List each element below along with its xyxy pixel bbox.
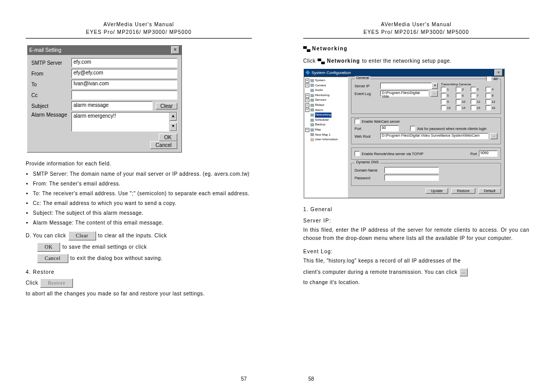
text: to clear all the inputs. Click	[98, 232, 167, 240]
checkbox-cam[interactable]	[456, 105, 461, 110]
update-button[interactable]: Update	[425, 188, 449, 194]
default-button[interactable]: Default	[478, 188, 501, 194]
close-icon[interactable]: ×	[494, 69, 503, 76]
group-general: General Server IP ▾ Event Lo	[351, 79, 501, 114]
checkbox-cam[interactable]	[471, 99, 476, 104]
label-ask-password: Ask for password when remote clients log…	[417, 127, 487, 130]
inline-cancel-button: Cancel	[37, 254, 68, 263]
label-subject: Subject	[31, 103, 71, 109]
text: to exit the dialog box without saving.	[70, 254, 163, 263]
ok-button[interactable]: OK	[159, 134, 177, 141]
alarm-message-text: alarm emergency!!	[73, 113, 116, 119]
checkbox-cam[interactable]	[441, 87, 446, 92]
intro-text: Provide information for each field.	[26, 160, 252, 168]
chevron-down-icon[interactable]: ▾	[432, 83, 438, 89]
text: to change it's location.	[303, 278, 529, 287]
text: to abort all the changes you made so far…	[26, 290, 205, 298]
event-log-subhead: Event Log:	[303, 248, 529, 256]
restore-heading: 4. Restore	[26, 268, 252, 276]
close-icon[interactable]: ×	[171, 46, 179, 54]
clear-button[interactable]: Clear	[156, 103, 177, 109]
label-from: From	[31, 71, 71, 77]
port-input[interactable]: 80	[380, 125, 399, 132]
tree-item: Relays	[305, 103, 346, 108]
label-password: Password	[355, 176, 382, 180]
label-cc: Cc	[31, 92, 71, 98]
checkbox-cam[interactable]	[441, 93, 446, 98]
text: to save the email settings or click	[62, 243, 146, 251]
checkbox-cam[interactable]	[471, 105, 476, 110]
page-header: AVerMedia User's Manual EYES Pro/ MP2016…	[26, 21, 252, 36]
page-number: 58	[308, 376, 314, 382]
list-item: From: The sender's email address.	[33, 180, 252, 188]
input-smtp[interactable]: efy.com	[71, 58, 177, 67]
settings-panel: General Server IP ▾ Event Lo	[348, 77, 504, 198]
tree-item-networking: Networking	[305, 113, 346, 118]
checkbox-cam[interactable]	[486, 87, 491, 92]
password-input[interactable]	[384, 175, 439, 181]
text: to enter the networking setup page.	[362, 57, 452, 65]
browse-button[interactable]: ...	[431, 90, 438, 97]
label-event-log: Event Log	[355, 92, 378, 96]
section-1-heading: 1. General	[303, 206, 529, 214]
label-domain-name: Domain Name	[355, 169, 382, 172]
tree-item: Backup	[305, 122, 346, 127]
server-ip-input[interactable]	[380, 83, 432, 89]
text: Networking	[327, 58, 360, 64]
label-port: Port	[355, 127, 378, 130]
label-enable-remoteview: Enable RemoteView server via TCP/IP	[362, 152, 423, 156]
checkbox-cam[interactable]	[471, 87, 476, 92]
checkbox-cam[interactable]	[441, 99, 446, 104]
textarea-scrollbar[interactable]: ▲ ▼	[169, 113, 177, 131]
label-server-ip: Server IP	[355, 84, 378, 88]
checkbox-cam[interactable]	[471, 93, 476, 98]
input-from[interactable]: efy@efy.com	[71, 69, 177, 78]
page-left: AVerMedia User's Manual EYES Pro/ MP2016…	[0, 0, 278, 392]
dialog-titlebar[interactable]: E-mail Setting ×	[27, 45, 181, 55]
input-to[interactable]: Ivan@ivan.com	[71, 80, 177, 89]
checkbox-cam[interactable]	[486, 99, 491, 104]
checkbox-cam[interactable]	[456, 87, 461, 92]
sysconfig-titlebar[interactable]: 🔷 System Configuration ×	[304, 69, 504, 77]
tree-item: Audio	[305, 88, 346, 93]
checkbox-enable-remoteview[interactable]	[355, 151, 360, 156]
scroll-up-icon[interactable]: ▲	[170, 113, 177, 121]
checkbox-ask-password[interactable]	[410, 126, 415, 131]
browse-button[interactable]: ...	[490, 133, 497, 139]
header-line2: EYES Pro/ MP2016/ MP3000/ MP5000	[86, 29, 191, 35]
event-log-input[interactable]: D:\Program Files\Digital Vide	[380, 90, 429, 97]
page-number: 57	[241, 376, 247, 382]
label-all: All	[493, 77, 497, 81]
nav-tree[interactable]: System Camera Audio Monitoring Sensors R…	[304, 77, 348, 198]
tree-item: Sensors	[305, 98, 346, 103]
remoteview-port-input[interactable]: 9090	[479, 151, 497, 157]
list-item: SMTP Server: The domain name of your mai…	[33, 170, 252, 178]
event-log-text1: This file, "history.log" keeps a record …	[303, 257, 529, 265]
input-alarm-message[interactable]: alarm emergency!! ▲ ▼	[71, 112, 177, 132]
tree-item: Monitoring	[305, 93, 346, 98]
checkbox-cam[interactable]	[441, 105, 446, 110]
header-rule	[303, 38, 529, 39]
server-ip-subhead: Server IP:	[303, 217, 529, 225]
checkbox-enable-webcam[interactable]	[355, 119, 360, 124]
web-root-input[interactable]: D:\Program Files\Digital Video Surveilla…	[380, 133, 488, 139]
scroll-down-icon[interactable]: ▼	[170, 123, 177, 131]
server-ip-combo[interactable]: ▾	[380, 83, 438, 89]
checkbox-cam[interactable]	[486, 105, 491, 110]
list-item: To: The receiver's email address. Use ";…	[33, 190, 252, 198]
domain-name-input[interactable]	[384, 167, 439, 173]
input-cc[interactable]	[71, 90, 177, 100]
networking-icon	[318, 59, 325, 64]
cancel-button[interactable]: Cancel	[150, 141, 177, 149]
input-subject[interactable]: alarm message	[71, 101, 153, 110]
restore-button[interactable]: Restore	[451, 188, 475, 194]
checkbox-all[interactable]	[486, 76, 491, 81]
checkbox-cam[interactable]	[456, 99, 461, 104]
camera-grid: 1 2 3 4 5 6 7 8 9 10 11	[441, 87, 497, 110]
text: D. You can click	[26, 232, 66, 240]
tree-item: System	[305, 78, 346, 83]
checkbox-cam[interactable]	[456, 93, 461, 98]
checkbox-cam[interactable]	[486, 93, 491, 98]
email-setting-dialog: E-mail Setting × SMTP Server efy.com Fro…	[27, 45, 182, 153]
field-description-list: SMTP Server: The domain name of your mai…	[26, 170, 252, 227]
